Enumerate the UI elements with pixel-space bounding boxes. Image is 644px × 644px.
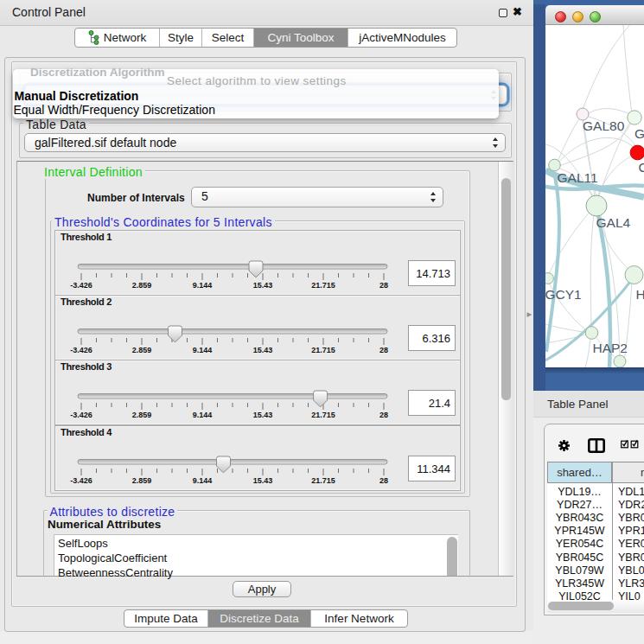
svg-text:GAL11: GAL11 xyxy=(558,170,598,185)
svg-text:H: H xyxy=(636,287,644,302)
svg-text:C: C xyxy=(639,160,644,175)
svg-text:GAL4: GAL4 xyxy=(596,215,631,230)
svg-text:GA: GA xyxy=(634,126,644,141)
svg-text:HAP2: HAP2 xyxy=(593,341,628,355)
svg-text:GCY1: GCY1 xyxy=(545,287,582,302)
svg-text:GAL80: GAL80 xyxy=(583,118,625,133)
